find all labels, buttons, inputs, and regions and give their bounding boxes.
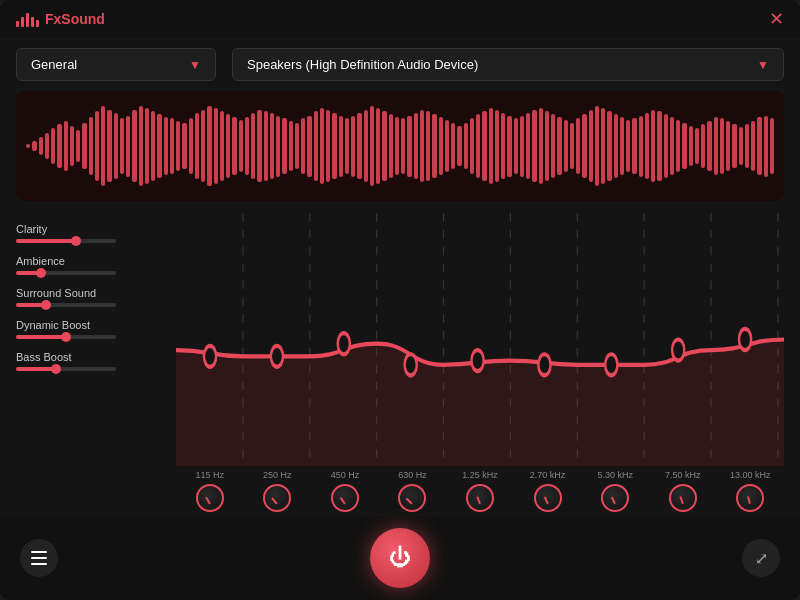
waveform-bar [770,118,774,173]
waveform-bar [351,116,355,177]
waveform-bar [70,126,74,167]
waveform-bar [614,114,618,178]
waveform-bar [232,117,236,175]
waveform-bar [751,121,755,172]
eq-band-4: 1.25 kHz [446,470,514,512]
device-dropdown[interactable]: Speakers (High Definition Audio Device) … [232,48,784,81]
eq-band-label-0: 115 Hz [196,470,225,480]
slider-thumb-surround[interactable] [41,300,51,310]
menu-button[interactable] [20,539,58,577]
eq-point-8[interactable] [739,329,751,350]
eq-knob-6[interactable] [601,484,629,512]
waveform-bar [545,111,549,181]
waveform-bar [589,110,593,183]
waveform-bar [207,106,211,186]
slider-thumb-dynamic[interactable] [61,332,71,342]
slider-label-surround: Surround Sound [16,287,166,299]
waveform-bar [457,126,461,167]
eq-svg [176,213,784,466]
power-icon: ⏻ [389,545,411,571]
eq-point-0[interactable] [204,346,216,367]
waveform-bar [64,121,68,172]
waveform-bar [26,144,30,148]
waveform-bar [445,120,449,172]
waveform-bar [489,108,493,184]
waveform-bar [395,117,399,175]
waveform-bar [132,110,136,183]
expand-button[interactable]: ⤢ [742,539,780,577]
controls-row: General ▼ Speakers (High Definition Audi… [0,38,800,91]
waveform-bar [764,116,768,177]
waveform-bar [189,118,193,173]
eq-knob-3[interactable] [398,484,426,512]
waveform-bar [382,111,386,181]
slider-track-clarity[interactable] [16,239,116,243]
waveform-bar [739,127,743,165]
waveform-bar [607,111,611,181]
waveform-bar [51,128,55,164]
waveform-bar [701,124,705,168]
eq-knob-5[interactable] [534,484,562,512]
title-bar: FxSound ✕ [0,0,800,38]
waveform-bar [270,113,274,178]
waveform-bar [307,116,311,177]
waveform-bar [76,130,80,162]
eq-point-6[interactable] [605,354,617,375]
slider-track-bass[interactable] [16,367,116,371]
waveform-bar [151,111,155,181]
waveform-bar [114,113,118,178]
waveform-bar [282,118,286,173]
eq-band-8: 13.00 kHz [717,470,785,512]
waveform-bar [164,117,168,175]
eq-point-2[interactable] [338,333,350,354]
waveform-bar [707,121,711,172]
waveform-bar [507,116,511,177]
slider-track-dynamic[interactable] [16,335,116,339]
waveform-bar [514,118,518,173]
waveform-bar [570,123,574,169]
eq-knob-8[interactable] [736,484,764,512]
knob-container-1 [263,484,291,512]
waveform-bar [201,110,205,183]
waveform-bar [157,114,161,178]
eq-point-1[interactable] [271,346,283,367]
eq-knob-7[interactable] [669,484,697,512]
knob-indicator-1 [271,497,278,504]
waveform-bar [745,124,749,168]
eq-knob-4[interactable] [466,484,494,512]
slider-track-ambience[interactable] [16,271,116,275]
close-button[interactable]: ✕ [769,10,784,28]
eq-band-5: 2.70 kHz [514,470,582,512]
waveform-bar [401,118,405,173]
knob-indicator-0 [205,497,211,505]
eq-knob-2[interactable] [331,484,359,512]
preset-dropdown[interactable]: General ▼ [16,48,216,81]
waveform-bar [407,116,411,177]
eq-knob-1[interactable] [263,484,291,512]
slider-track-surround[interactable] [16,303,116,307]
waveform-bar [95,111,99,181]
menu-line-2 [31,557,47,559]
waveform-bar [107,110,111,183]
waveform-bar [645,113,649,180]
waveform-bar [639,116,643,177]
waveform-bar [682,123,686,169]
slider-thumb-clarity[interactable] [71,236,81,246]
waveform-bar [464,123,468,169]
slider-thumb-bass[interactable] [51,364,61,374]
knob-container-6 [601,484,629,512]
eq-point-7[interactable] [672,340,684,361]
knob-indicator-4 [476,496,481,504]
slider-thumb-ambience[interactable] [36,268,46,278]
waveform-bar [239,120,243,172]
knob-indicator-8 [747,496,751,504]
power-button[interactable]: ⏻ [370,528,430,588]
waveform-bar [582,114,586,178]
waveform-bar [564,120,568,172]
eq-point-5[interactable] [538,354,550,375]
app-logo: FxSound [16,11,105,27]
eq-point-3[interactable] [405,354,417,375]
eq-point-4[interactable] [471,350,483,371]
preset-arrow: ▼ [189,58,201,72]
eq-knob-0[interactable] [196,484,224,512]
